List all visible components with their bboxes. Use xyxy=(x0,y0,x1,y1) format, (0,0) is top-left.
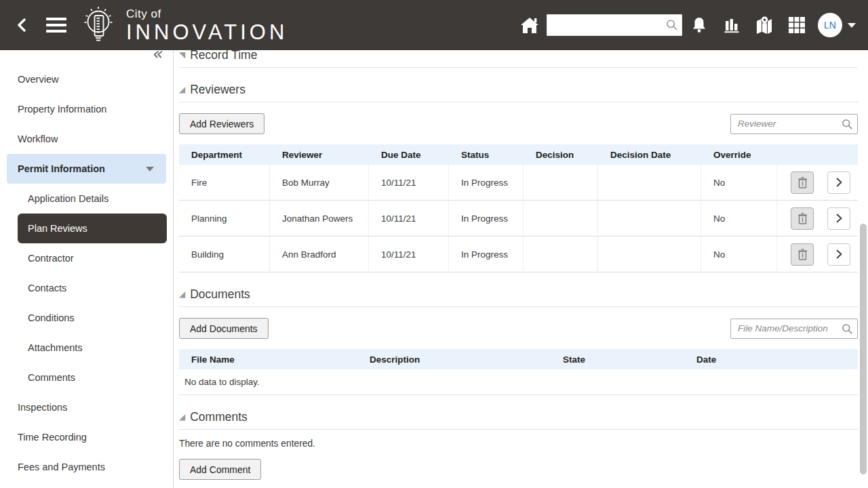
apps-grid-icon[interactable] xyxy=(787,15,807,35)
documents-table-header-row: File Name Description State Date xyxy=(179,349,858,369)
sidebar-item-label: Permit Information xyxy=(7,163,146,174)
search-icon[interactable] xyxy=(842,119,853,130)
sidebar-item-overview[interactable]: Overview xyxy=(0,64,173,94)
cell-decision-date xyxy=(598,165,701,200)
column-header-decision-date: Decision Date xyxy=(598,144,701,165)
sidebar-item-conditions[interactable]: Conditions xyxy=(0,303,173,333)
global-search-input[interactable] xyxy=(547,14,682,36)
sidebar-item-contractor[interactable]: Contractor xyxy=(0,243,173,273)
main-content: ◥ Record Time ◢ Reviewers Add Reviewers … xyxy=(174,50,868,488)
cell-decision-date xyxy=(598,237,701,272)
cell-department: Planning xyxy=(179,201,270,236)
section-comments-header[interactable]: ◢ Comments xyxy=(179,408,858,426)
cell-due-date: 10/11/21 xyxy=(369,237,449,272)
sidebar-item-comments[interactable]: Comments xyxy=(0,363,173,392)
column-header-department: Department xyxy=(179,144,270,165)
cell-due-date: 10/11/21 xyxy=(369,201,449,236)
user-avatar[interactable]: LN xyxy=(818,13,842,37)
sidebar-item-plan-reviews[interactable]: Plan Reviews xyxy=(18,214,167,243)
menu-icon[interactable] xyxy=(46,14,66,36)
column-header-decision: Decision xyxy=(524,144,598,165)
chevron-down-icon xyxy=(146,167,154,171)
sidebar-nav: « Overview Property Information Workflow… xyxy=(0,50,174,488)
chevron-right-icon xyxy=(836,178,842,187)
sidebar-item-application-details[interactable]: Application Details xyxy=(0,184,173,214)
add-documents-button[interactable]: Add Documents xyxy=(179,318,269,339)
open-row-button[interactable] xyxy=(827,171,850,194)
section-record-time-header[interactable]: ◥ Record Time xyxy=(179,50,858,65)
comments-empty-message: There are no comments entered. xyxy=(179,439,858,449)
search-icon[interactable] xyxy=(666,19,678,31)
document-filter-input[interactable] xyxy=(730,319,858,339)
column-header-state: State xyxy=(551,349,684,369)
cell-decision xyxy=(524,237,598,272)
table-row: Fire Bob Murray 10/11/21 In Progress No xyxy=(179,165,858,201)
reports-bar-chart-icon[interactable] xyxy=(722,15,742,35)
table-row: Building Ann Bradford 10/11/21 In Progre… xyxy=(179,237,858,272)
app-header: City of INNOVATION xyxy=(0,0,868,50)
cell-status: In Progress xyxy=(449,165,524,200)
sidebar-item-attachments[interactable]: Attachments xyxy=(0,333,173,363)
delete-row-button[interactable] xyxy=(791,207,814,230)
column-header-actions xyxy=(777,144,858,165)
column-header-due-date: Due Date xyxy=(369,144,449,165)
search-icon[interactable] xyxy=(842,323,853,335)
trash-icon xyxy=(797,213,808,224)
cell-override: No xyxy=(701,201,777,236)
section-title: Record Time xyxy=(190,50,257,62)
cell-decision-date xyxy=(598,201,701,236)
table-row: Planning Jonathan Powers 10/11/21 In Pro… xyxy=(179,201,858,237)
chevron-right-icon xyxy=(836,214,842,223)
cell-reviewer: Jonathan Powers xyxy=(270,201,369,236)
add-reviewers-button[interactable]: Add Reviewers xyxy=(179,113,264,134)
cell-status: In Progress xyxy=(449,237,524,272)
column-header-date: Date xyxy=(684,349,858,369)
brand-city-of: City of xyxy=(126,8,288,20)
cell-department: Fire xyxy=(179,165,270,200)
sidebar-item-workflow[interactable]: Workflow xyxy=(0,124,173,154)
open-row-button[interactable] xyxy=(827,207,850,230)
documents-empty-message: No data to display. xyxy=(179,369,858,395)
map-icon[interactable] xyxy=(754,15,774,35)
column-header-file-name: File Name xyxy=(179,349,357,369)
column-header-reviewer: Reviewer xyxy=(270,144,369,165)
cell-decision xyxy=(524,165,598,200)
sidebar-item-fees-and-payments[interactable]: Fees and Payments xyxy=(0,452,173,482)
section-documents-header[interactable]: ◢ Documents xyxy=(179,285,858,303)
document-filter xyxy=(730,319,858,339)
cell-reviewer: Ann Bradford xyxy=(270,237,369,272)
reviewers-table-header-row: Department Reviewer Due Date Status Deci… xyxy=(179,144,858,165)
sidebar-item-time-recording[interactable]: Time Recording xyxy=(0,422,173,452)
column-header-status: Status xyxy=(449,144,524,165)
section-reviewers-header[interactable]: ◢ Reviewers xyxy=(179,81,858,98)
documents-table: File Name Description State Date No data… xyxy=(179,349,858,395)
city-logo-lightbulb-icon xyxy=(77,4,119,46)
reviewer-filter xyxy=(730,114,858,134)
brand-text: City of INNOVATION xyxy=(126,8,288,43)
cell-due-date: 10/11/21 xyxy=(369,165,449,200)
open-row-button[interactable] xyxy=(827,243,850,266)
cell-decision xyxy=(524,201,598,236)
back-icon[interactable] xyxy=(15,18,30,33)
add-comment-button[interactable]: Add Comment xyxy=(179,459,261,480)
cell-override: No xyxy=(701,165,777,200)
sidebar-item-inspections[interactable]: Inspections xyxy=(0,392,173,422)
section-collapsed-triangle-icon: ◥ xyxy=(179,50,185,60)
notifications-bell-icon[interactable] xyxy=(689,15,709,35)
section-title: Comments xyxy=(190,410,248,424)
vertical-scrollbar-thumb[interactable] xyxy=(860,224,867,474)
reviewer-filter-input[interactable] xyxy=(730,114,858,134)
user-menu-caret-icon[interactable] xyxy=(848,23,856,28)
sidebar-item-contacts[interactable]: Contacts xyxy=(0,273,173,303)
trash-icon xyxy=(797,177,808,188)
cell-reviewer: Bob Murray xyxy=(270,165,369,200)
home-icon[interactable] xyxy=(519,15,540,35)
delete-row-button[interactable] xyxy=(791,171,814,194)
reviewers-table: Department Reviewer Due Date Status Deci… xyxy=(179,144,858,272)
section-title: Documents xyxy=(190,287,250,302)
section-expanded-triangle-icon: ◢ xyxy=(179,412,185,422)
sidebar-item-permit-information[interactable]: Permit Information xyxy=(7,154,166,184)
column-header-override: Override xyxy=(701,144,777,165)
delete-row-button[interactable] xyxy=(791,243,814,266)
sidebar-item-property-information[interactable]: Property Information xyxy=(0,94,173,124)
